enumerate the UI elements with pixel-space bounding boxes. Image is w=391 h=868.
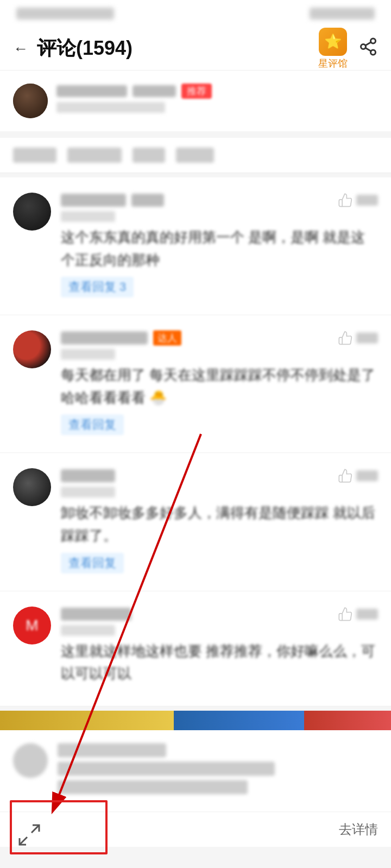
pinned-username: [56, 85, 127, 97]
comment-list: 这个东东真的真的好用第一个 是啊，是啊 就是这个正反向的那种 查看回复 3 达人: [0, 177, 391, 706]
comment-date: [61, 349, 115, 360]
username-blur: [61, 194, 126, 207]
avatar: [13, 743, 48, 778]
comment-date: [61, 625, 115, 636]
filter-bar: [0, 138, 391, 173]
bottom-text-2: [58, 780, 248, 794]
comment-user-meta: [61, 468, 378, 483]
filter-label-1[interactable]: [13, 148, 56, 163]
like-button[interactable]: [338, 193, 378, 208]
reply-link[interactable]: 查看回复 3: [61, 277, 134, 297]
comment-text: 卸妆不卸妆多多好多人，满得有是随便踩踩 就以后踩踩了。: [61, 502, 378, 547]
detail-link[interactable]: 去详情: [339, 821, 378, 838]
avatar: [13, 330, 51, 368]
svg-line-3: [365, 48, 371, 51]
like-count: [356, 470, 378, 481]
svg-line-7: [31, 825, 39, 833]
comment-body: 卸妆不卸妆多多好多人，满得有是随便踩踩 就以后踩踩了。 查看回复: [61, 468, 378, 575]
username-blur: [61, 469, 115, 482]
bottom-text-1: [58, 762, 275, 776]
status-time-left: [16, 8, 114, 20]
avatar: M: [13, 607, 51, 644]
color-segment-blue: [174, 711, 304, 730]
filter-label-2[interactable]: [67, 148, 122, 163]
user-info: 达人: [61, 330, 181, 346]
page-title: 评论(1594): [37, 35, 318, 62]
share-button[interactable]: [358, 37, 378, 61]
star-badge-label: 星评馆: [318, 57, 348, 70]
highlight-box: [10, 800, 108, 854]
comment-text: 每天都在用了 每天在这里踩踩踩不停不停到处是了 哈哈看看看看 🐣: [61, 364, 378, 409]
user-info: [61, 194, 164, 207]
like-button[interactable]: [338, 330, 378, 346]
pinned-user-row: 推荐: [56, 84, 378, 99]
like-count: [356, 609, 378, 620]
comment-body: 这里就这样地这样也要 推荐推荐，你好嘛么么，可以可以可以: [61, 607, 378, 691]
pinned-comment: 推荐: [0, 71, 391, 131]
comment-body: 这个东东真的真的好用第一个 是啊，是啊 就是这个正反向的那种 查看回复 3: [61, 193, 378, 299]
pinned-meta: [133, 85, 176, 97]
filter-label-3[interactable]: [133, 148, 165, 163]
star-icon: ⭐: [319, 28, 347, 56]
back-button[interactable]: ←: [13, 40, 28, 58]
comment-date: [61, 487, 115, 497]
reply-link[interactable]: 查看回复: [61, 553, 124, 573]
svg-line-4: [365, 42, 371, 45]
like-count: [356, 333, 378, 343]
color-segment-red: [304, 711, 391, 730]
bottom-item-content: [58, 743, 378, 799]
table-row: 达人 每天都在用了 每天在这里踩踩踩不停不停到处是了 哈哈看看看看 🐣 查看回复: [0, 315, 391, 453]
table-row: 卸妆不卸妆多多好多人，满得有是随便踩踩 就以后踩踩了。 查看回复: [0, 453, 391, 591]
star-badge[interactable]: ⭐ 星评馆: [318, 28, 348, 70]
page-wrapper: ← 评论(1594) ⭐ 星评馆 推荐: [0, 0, 391, 847]
color-bar: [0, 711, 391, 730]
user-info: [61, 608, 131, 621]
user-badge: [131, 194, 164, 207]
status-bar: [0, 0, 391, 27]
filter-label-4[interactable]: [176, 148, 214, 163]
comment-user-meta: [61, 607, 378, 622]
bottom-username: [58, 743, 166, 757]
username-blur: [61, 331, 148, 344]
comment-date: [61, 211, 115, 222]
user-tag: 达人: [153, 330, 181, 346]
like-button[interactable]: [338, 468, 378, 483]
table-row: 这个东东真的真的好用第一个 是啊，是啊 就是这个正反向的那种 查看回复 3: [0, 177, 391, 315]
like-count: [356, 195, 378, 206]
username-blur: [61, 608, 131, 621]
avatar: [13, 468, 51, 506]
pinned-tag: 推荐: [181, 84, 212, 99]
svg-line-8: [20, 837, 27, 845]
table-row: M 这里就这样地这样也要 推: [0, 591, 391, 706]
user-info: [61, 469, 115, 482]
comment-user-meta: [61, 193, 378, 208]
comment-user-meta: 达人: [61, 330, 378, 346]
header: ← 评论(1594) ⭐ 星评馆: [0, 27, 391, 71]
avatar: [13, 193, 51, 231]
comment-body: 达人 每天都在用了 每天在这里踩踩踩不停不停到处是了 哈哈看看看看 🐣 查看回复: [61, 330, 378, 437]
reply-link[interactable]: 查看回复: [61, 414, 124, 435]
comment-text: 这个东东真的真的好用第一个 是啊，是啊 就是这个正反向的那种: [61, 226, 378, 271]
pinned-comment-content: 推荐: [56, 84, 378, 113]
pinned-date: [56, 102, 165, 113]
comment-text: 这里就这样地这样也要 推荐推荐，你好嘛么么，可以可以可以: [61, 640, 378, 685]
pinned-avatar: [13, 84, 48, 118]
like-button[interactable]: [338, 607, 378, 622]
expand-icon[interactable]: [16, 822, 42, 848]
color-segment-gold: [0, 711, 174, 730]
status-icons-right: [310, 8, 375, 20]
